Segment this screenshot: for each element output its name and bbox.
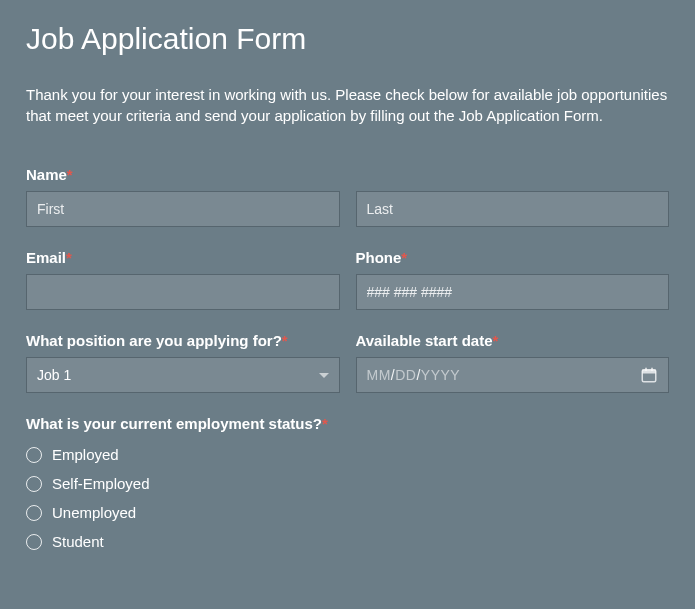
first-name-input[interactable] <box>26 191 340 227</box>
radio-icon <box>26 476 42 492</box>
page-title: Job Application Form <box>26 22 669 56</box>
required-marker: * <box>66 249 72 266</box>
phone-field-group: Phone* <box>356 249 670 310</box>
calendar-icon <box>640 366 658 384</box>
employment-status-label-text: What is your current employment status? <box>26 415 322 432</box>
radio-label: Self-Employed <box>52 475 150 492</box>
radio-icon <box>26 447 42 463</box>
intro-text: Thank you for your interest in working w… <box>26 84 669 126</box>
svg-rect-3 <box>651 368 653 372</box>
required-marker: * <box>322 415 328 432</box>
start-date-label-text: Available start date <box>356 332 493 349</box>
email-label: Email* <box>26 249 340 266</box>
radio-label: Unemployed <box>52 504 136 521</box>
start-date-label: Available start date* <box>356 332 670 349</box>
last-name-input[interactable] <box>356 191 670 227</box>
svg-rect-1 <box>642 370 656 374</box>
required-marker: * <box>401 249 407 266</box>
phone-label-text: Phone <box>356 249 402 266</box>
radio-label: Employed <box>52 446 119 463</box>
chevron-down-icon <box>319 373 329 378</box>
employment-status-group: What is your current employment status?*… <box>26 415 669 550</box>
required-marker: * <box>493 332 499 349</box>
employment-status-label: What is your current employment status?* <box>26 415 669 432</box>
date-placeholder: MM/DD/YYYY <box>367 367 641 383</box>
radio-option-employed[interactable]: Employed <box>26 446 669 463</box>
radio-icon <box>26 534 42 550</box>
radio-label: Student <box>52 533 104 550</box>
position-label: What position are you applying for?* <box>26 332 340 349</box>
email-input[interactable] <box>26 274 340 310</box>
name-label: Name* <box>26 166 669 183</box>
name-field-group: Name* <box>26 166 669 227</box>
email-label-text: Email <box>26 249 66 266</box>
svg-rect-2 <box>645 368 647 372</box>
email-field-group: Email* <box>26 249 340 310</box>
phone-label: Phone* <box>356 249 670 266</box>
start-date-field-group: Available start date* MM/DD/YYYY <box>356 332 670 393</box>
radio-option-unemployed[interactable]: Unemployed <box>26 504 669 521</box>
position-select[interactable]: Job 1 <box>26 357 340 393</box>
radio-icon <box>26 505 42 521</box>
position-field-group: What position are you applying for?* Job… <box>26 332 340 393</box>
phone-input[interactable] <box>356 274 670 310</box>
name-label-text: Name <box>26 166 67 183</box>
radio-option-self-employed[interactable]: Self-Employed <box>26 475 669 492</box>
start-date-input[interactable]: MM/DD/YYYY <box>356 357 670 393</box>
required-marker: * <box>67 166 73 183</box>
position-label-text: What position are you applying for? <box>26 332 282 349</box>
position-selected-value: Job 1 <box>37 367 319 383</box>
required-marker: * <box>282 332 288 349</box>
radio-option-student[interactable]: Student <box>26 533 669 550</box>
